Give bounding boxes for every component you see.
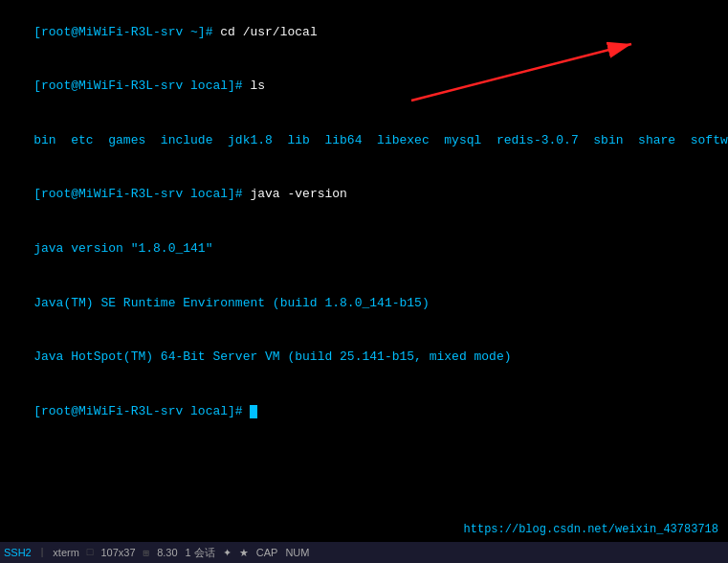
java-runtime-output: Java(TM) SE Runtime Environment (build 1… (33, 296, 429, 310)
status-bar: SSH2 | xterm □ 107x37 ⊞ 8.30 1 会话 ✦ ★ CA… (0, 542, 728, 563)
terminal-line-1: [root@MiWiFi-R3L-srv ~]# cd /usr/local (4, 6, 724, 60)
java-version-output: java version "1.8.0_141" (33, 241, 212, 256)
ls-output: bin etc games include jdk1.8 lib lib64 l… (33, 133, 728, 147)
status-val1: 8.30 (157, 547, 177, 558)
status-div3: ⊞ (143, 547, 150, 559)
terminal-line-6: Java(TM) SE Runtime Environment (build 1… (4, 277, 724, 331)
prompt-8: [root@MiWiFi-R3L-srv local]# (33, 404, 250, 418)
terminal-line-7: Java HotSpot(TM) 64-Bit Server VM (build… (4, 330, 724, 385)
terminal-line-4: [root@MiWiFi-R3L-srv local]# java -versi… (4, 169, 724, 223)
status-cap: CAP (256, 547, 278, 558)
terminal-line-8: [root@MiWiFi-R3L-srv local]# (4, 385, 724, 439)
status-ssh: SSH2 (4, 547, 32, 558)
command-1: cd /usr/local (220, 25, 317, 39)
command-4: java -version (250, 187, 346, 201)
prompt-2: [root@MiWiFi-R3L-srv local]# (33, 79, 250, 93)
status-num: NUM (285, 547, 309, 558)
prompt-1: [root@MiWiFi-R3L-srv ~]# (33, 25, 220, 39)
terminal-line-3: bin etc games include jdk1.8 lib lib64 l… (4, 114, 724, 169)
command-2: ls (250, 79, 265, 93)
status-xterm: xterm (53, 547, 79, 558)
status-size: 107x37 (100, 547, 135, 558)
cursor (250, 405, 257, 418)
java-hotspot-output: Java HotSpot(TM) 64-Bit Server VM (build… (33, 349, 511, 364)
status-div2: □ (87, 547, 94, 558)
status-icon1: ✦ (223, 547, 232, 559)
terminal-line-5: java version "1.8.0_141" (4, 222, 724, 277)
terminal-line-2: [root@MiWiFi-R3L-srv local]# ls (4, 60, 724, 115)
prompt-4: [root@MiWiFi-R3L-srv local]# (33, 187, 250, 201)
terminal: [root@MiWiFi-R3L-srv ~]# cd /usr/local [… (0, 0, 728, 563)
url-hint: https://blog.csdn.net/weixin_43783718 (464, 523, 718, 536)
status-icon2: ★ (239, 547, 249, 559)
status-sessions: 1 会话 (186, 546, 215, 560)
status-div1: | (39, 547, 46, 558)
